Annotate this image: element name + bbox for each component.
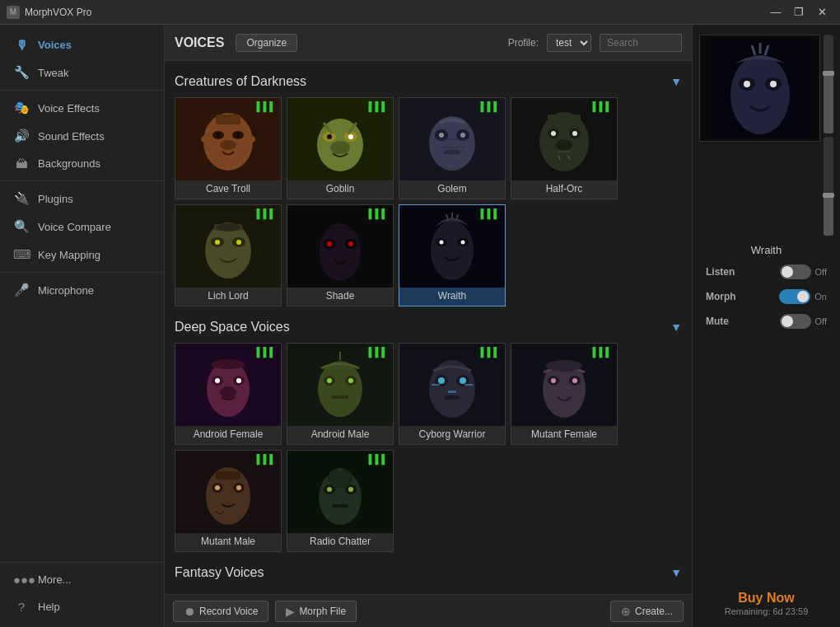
wraith-image: ▌▌▌ bbox=[399, 205, 505, 288]
sidebar: 🎙 Voices 🔧 Tweak 🎭 Voice Effects 🔊 Sound… bbox=[0, 25, 165, 627]
backgrounds-icon: 🏔 bbox=[13, 157, 30, 171]
main-layout: 🎙 Voices 🔧 Tweak 🎭 Voice Effects 🔊 Sound… bbox=[0, 25, 840, 627]
morph-knob bbox=[797, 291, 809, 302]
listen-toggle-area: Off bbox=[780, 264, 827, 279]
voices-icon: 🎙 bbox=[13, 38, 30, 52]
voice-card-cave-troll[interactable]: ▌▌▌ Cave Troll bbox=[175, 97, 282, 199]
buy-now-section: Buy Now Remaining: 6d 23:59 bbox=[725, 591, 809, 617]
voice-card-cyborg-warrior[interactable]: ▌▌▌ Cyborg Warrior bbox=[399, 343, 506, 445]
svg-point-9 bbox=[242, 135, 255, 143]
sidebar-item-voice-effects[interactable]: 🎭 Voice Effects bbox=[0, 94, 164, 122]
record-voice-button[interactable]: ⏺ Record Voice bbox=[173, 601, 268, 622]
svg-point-113 bbox=[770, 81, 777, 87]
sidebar-item-plugins[interactable]: 🔌 Plugins bbox=[0, 185, 164, 213]
half-orc-face bbox=[527, 102, 601, 176]
svg-point-72 bbox=[348, 378, 353, 383]
category-title-deepspace: Deep Space Voices bbox=[175, 320, 290, 335]
sidebar-divider-3 bbox=[0, 272, 164, 273]
close-button[interactable]: ✕ bbox=[810, 1, 833, 24]
sidebar-label-plugins: Plugins bbox=[38, 193, 73, 205]
voice-card-wraith[interactable]: ▌▌▌ Wraith bbox=[399, 204, 506, 306]
minimize-button[interactable]: — bbox=[764, 1, 787, 24]
voices-list[interactable]: Creatures of Darkness ▼ bbox=[165, 61, 692, 594]
mutant-male-face bbox=[191, 455, 265, 529]
svg-point-32 bbox=[556, 139, 572, 151]
listen-toggle[interactable] bbox=[780, 264, 811, 279]
category-creatures[interactable]: Creatures of Darkness ▼ bbox=[175, 68, 682, 97]
mute-control: Mute Off bbox=[706, 314, 827, 329]
lich-lord-name: Lich Lord bbox=[175, 288, 281, 302]
voice-card-android-male[interactable]: ▌▌▌ Android Male bbox=[287, 343, 394, 445]
tweak-icon: 🔧 bbox=[13, 65, 30, 80]
sidebar-item-microphone[interactable]: 🎤 Microphone bbox=[0, 276, 164, 304]
voice-card-shade[interactable]: ▌▌▌ Shade bbox=[287, 204, 394, 306]
android-male-image: ▌▌▌ bbox=[287, 344, 393, 426]
mutant-female-image: ▌▌▌ bbox=[511, 344, 617, 426]
svg-point-97 bbox=[236, 485, 241, 490]
shade-name: Shade bbox=[287, 288, 393, 302]
sidebar-divider-1 bbox=[0, 90, 164, 91]
maximize-button[interactable]: ❐ bbox=[787, 1, 810, 24]
svg-point-43 bbox=[216, 223, 240, 232]
android-female-face bbox=[191, 348, 265, 422]
voice-card-mutant-female[interactable]: ▌▌▌ Mutant Female bbox=[511, 343, 618, 445]
goblin-signal: ▌▌▌ bbox=[369, 101, 388, 111]
search-input[interactable] bbox=[600, 34, 682, 52]
voice-card-half-orc[interactable]: ▌▌▌ Half-Orc bbox=[511, 97, 618, 199]
voice-card-lich-lord[interactable]: ▌▌▌ Lich Lord bbox=[175, 204, 282, 306]
record-voice-label: Record Voice bbox=[199, 606, 258, 617]
category-deepspace[interactable]: Deep Space Voices ▼ bbox=[175, 313, 682, 343]
svg-point-109 bbox=[730, 55, 790, 134]
sidebar-item-key-mapping[interactable]: ⌨ Key Mapping bbox=[0, 241, 164, 269]
organize-button[interactable]: Organize bbox=[236, 34, 297, 52]
profile-select[interactable]: test bbox=[547, 34, 591, 52]
sidebar-item-backgrounds[interactable]: 🏔 Backgrounds bbox=[0, 150, 164, 177]
half-orc-image: ▌▌▌ bbox=[511, 98, 617, 180]
category-fantasy[interactable]: Fantasy Voices ▼ bbox=[175, 559, 682, 588]
svg-point-66 bbox=[212, 359, 245, 369]
sidebar-item-help[interactable]: ? Help bbox=[0, 593, 164, 620]
svg-point-48 bbox=[327, 241, 332, 246]
sidebar-item-voice-compare[interactable]: 🔍 Voice Compare bbox=[0, 213, 164, 241]
help-icon: ? bbox=[13, 600, 30, 614]
volume-slider-1[interactable] bbox=[824, 35, 833, 133]
title-bar: M MorphVOX Pro — ❐ ✕ bbox=[0, 0, 840, 25]
sidebar-item-sound-effects[interactable]: 🔊 Sound Effects bbox=[0, 122, 164, 150]
voice-card-radio-chatter[interactable]: ▌▌▌ Radio Chatter bbox=[287, 450, 394, 552]
app-icon: M bbox=[7, 6, 20, 19]
sidebar-item-more[interactable]: ●●● More... bbox=[0, 566, 164, 593]
mutant-male-signal: ▌▌▌ bbox=[257, 454, 276, 464]
sidebar-item-tweak[interactable]: 🔧 Tweak bbox=[0, 58, 164, 87]
sidebar-item-voices[interactable]: 🎙 Voices bbox=[0, 31, 164, 58]
sidebar-label-tweak: Tweak bbox=[38, 67, 69, 79]
morph-file-button[interactable]: ▶ Morph File bbox=[275, 601, 357, 622]
voice-card-android-female[interactable]: ▌▌▌ Android Female bbox=[175, 343, 282, 445]
microphone-icon: 🎤 bbox=[13, 283, 30, 297]
preview-image bbox=[699, 35, 820, 142]
svg-point-21 bbox=[439, 133, 444, 138]
morph-toggle[interactable] bbox=[779, 289, 810, 304]
android-male-signal: ▌▌▌ bbox=[369, 347, 388, 357]
volume-slider-2[interactable] bbox=[824, 137, 833, 236]
voice-card-goblin[interactable]: ▌▌▌ Goblin bbox=[287, 97, 394, 199]
svg-point-91 bbox=[546, 360, 582, 372]
svg-point-112 bbox=[744, 81, 750, 87]
mute-toggle[interactable] bbox=[780, 314, 811, 329]
wraith-face bbox=[415, 209, 489, 283]
voice-card-mutant-male[interactable]: ▌▌▌ Mutant Male bbox=[175, 450, 282, 552]
svg-point-55 bbox=[461, 241, 465, 245]
goblin-name: Goblin bbox=[287, 180, 393, 195]
svg-point-38 bbox=[215, 240, 220, 245]
voice-card-golem[interactable]: ▌▌▌ Golem bbox=[399, 97, 506, 199]
svg-point-30 bbox=[551, 131, 556, 136]
right-panel: Wraith Listen Off Morph On bbox=[692, 25, 840, 627]
buy-now-button[interactable]: Buy Now bbox=[725, 591, 809, 606]
svg-point-89 bbox=[551, 378, 556, 383]
create-button[interactable]: ⊕ Create... bbox=[610, 601, 684, 622]
svg-point-45 bbox=[320, 223, 361, 281]
svg-point-71 bbox=[327, 378, 332, 383]
golem-face bbox=[415, 102, 489, 176]
svg-point-79 bbox=[438, 377, 445, 384]
svg-point-54 bbox=[440, 241, 444, 245]
svg-point-4 bbox=[216, 133, 221, 138]
